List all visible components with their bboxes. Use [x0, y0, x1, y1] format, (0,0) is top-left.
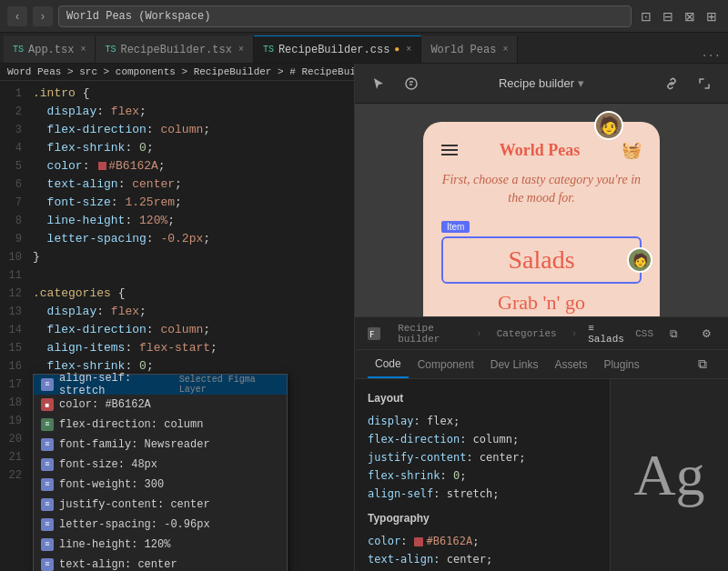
chevron-down-icon: ▾	[578, 76, 584, 90]
tab-app-tsx[interactable]: TS App.tsx ×	[4, 35, 96, 63]
tab-recipebuilder-css[interactable]: TS RecipeBuilder.css ● ×	[254, 35, 421, 63]
prop-line: justify-content: center;	[368, 448, 597, 466]
figma-canvas[interactable]: 🧑 World Peas 🧺 First, choose a tasty cat…	[355, 104, 728, 316]
figma-typography-preview: Ag	[610, 379, 728, 571]
copy-icon-right: ⧉	[690, 352, 715, 377]
back-button[interactable]: ‹	[7, 6, 27, 26]
ac-item-flex-dir[interactable]: ≡ flex-direction: column	[34, 415, 287, 435]
close-icon[interactable]: ×	[406, 45, 411, 55]
sep-icon: ›	[476, 328, 482, 339]
hamburger-icon[interactable]	[441, 145, 458, 155]
ac-item-align-self[interactable]: ≡ align-self: stretch Selected Figma Lay…	[34, 375, 287, 395]
ac-item-text: letter-spacing: -0.96px	[59, 518, 210, 531]
browser-icon-1[interactable]: ⊡	[637, 7, 655, 25]
avatar-image: 🧑	[599, 115, 619, 135]
code-line: 11	[0, 266, 354, 285]
code-content[interactable]: 1.intro { 2 display: flex; 3 flex-direct…	[0, 81, 354, 571]
ac-item-line-height[interactable]: ≡ line-height: 120%	[34, 535, 287, 555]
tab-more[interactable]: ···	[693, 50, 728, 63]
figma-code-icon-button[interactable]: F	[364, 321, 383, 346]
category-box-salads[interactable]: Salads 🧑	[441, 236, 642, 284]
cursor-tool-button[interactable]	[366, 71, 391, 96]
ac-item-font-family[interactable]: ≡ font-family: Newsreader	[34, 435, 287, 455]
bottom-label-salads: ≡ Salads	[584, 323, 628, 345]
close-icon[interactable]: ×	[80, 45, 86, 55]
tab-label: World Peas	[430, 44, 496, 56]
figma-title-dropdown[interactable]: Recipe builder ▾	[431, 76, 652, 90]
code-editor: Word Peas > src > components > RecipeBui…	[0, 64, 355, 571]
ts-icon: TS	[13, 45, 24, 55]
link-button[interactable]	[659, 71, 684, 96]
prop-line: text-align: center;	[368, 550, 597, 568]
close-icon[interactable]: ×	[238, 45, 244, 55]
tab-plugins[interactable]: Plugins	[596, 350, 646, 378]
prop-line: flex-shrink: 0;	[368, 466, 597, 485]
browser-icon-3[interactable]: ⊠	[681, 7, 699, 25]
copy-button[interactable]: ⧉	[690, 352, 715, 377]
category-fruit-forward: Fruit-forward	[441, 315, 642, 316]
close-icon[interactable]: ×	[502, 45, 508, 55]
tab-component[interactable]: Component	[410, 350, 481, 378]
comment-tool-button[interactable]	[399, 71, 424, 96]
ac-item-font-size[interactable]: ≡ font-size: 48px	[34, 455, 287, 475]
figma-bottom-toolbar: F Recipe builder › Categories › ≡ Salads…	[355, 317, 728, 350]
code-line: 4 flex-shrink: 0;	[0, 139, 354, 157]
svg-point-0	[406, 78, 417, 89]
prop-line: align-self: stretch;	[368, 485, 597, 503]
expand-button[interactable]	[692, 71, 717, 96]
ac-item-text: line-height: 120%	[59, 538, 170, 551]
browser-icons: ⊡ ⊟ ⊠ ⊞	[637, 7, 721, 25]
code-line: 5 color: #B6162A;	[0, 157, 354, 175]
code-line: 6 text-align: center;	[0, 175, 354, 194]
avatar-top: 🧑	[594, 111, 623, 140]
ac-item-text: font-size: 48px	[59, 458, 157, 471]
autocomplete-dropdown[interactable]: ≡ align-self: stretch Selected Figma Lay…	[33, 374, 288, 571]
sep-icon: ›	[571, 328, 578, 339]
ac-item-text: align-self: stretch	[59, 372, 174, 397]
layout-props: display: flex; flex-direction: column; j…	[368, 412, 597, 503]
ac-item-letter-spacing[interactable]: ≡ letter-spacing: -0.96px	[34, 515, 287, 535]
ac-item-text-align[interactable]: ≡ text-align: center	[34, 555, 287, 571]
prop-line: display: flex;	[368, 412, 597, 430]
code-line: 13 display: flex;	[0, 303, 354, 321]
category-salads: Salads	[508, 245, 574, 274]
ac-item-justify[interactable]: ≡ justify-content: center	[34, 495, 287, 515]
browser-icon-2[interactable]: ⊟	[659, 7, 677, 25]
comment-icon	[404, 76, 419, 91]
tab-recipebuilder-tsx[interactable]: TS RecipeBuilder.tsx ×	[96, 35, 253, 63]
forward-button[interactable]: ›	[33, 6, 53, 26]
cursor-icon	[371, 76, 386, 91]
tab-assets[interactable]: Assets	[547, 350, 594, 378]
ac-item-font-weight[interactable]: ≡ font-weight: 300	[34, 475, 287, 495]
bottom-label-categories: Categories	[490, 317, 564, 349]
code-line: 14 flex-direction: column;	[0, 321, 354, 339]
code-line: 12.categories {	[0, 285, 354, 303]
ac-icon: ■	[41, 398, 54, 411]
tab-bar: TS App.tsx × TS RecipeBuilder.tsx × TS R…	[0, 33, 728, 64]
address-bar[interactable]: World Peas (Workspace)	[58, 5, 632, 27]
browser-icon-4[interactable]: ⊞	[703, 7, 721, 25]
avatar-mid: 🧑	[627, 247, 652, 273]
ac-item-color[interactable]: ■ color: #B6162A	[34, 395, 287, 415]
tab-code[interactable]: Code	[368, 350, 409, 378]
color-swatch-icon	[98, 162, 106, 170]
tab-dev-links[interactable]: Dev Links	[483, 350, 546, 378]
breadcrumb: Word Peas > src > components > RecipeBui…	[0, 64, 354, 81]
figma-right-icons	[659, 71, 717, 96]
tab-world-peas[interactable]: World Peas ×	[421, 35, 518, 63]
svg-text:F: F	[369, 330, 374, 339]
tab-label: App.tsx	[28, 44, 74, 56]
ac-item-text: color: #B6162A	[59, 398, 151, 411]
figma-title[interactable]: Recipe builder ▾	[431, 76, 652, 90]
ac-item-text: font-family: Newsreader	[59, 438, 210, 451]
ag-preview-text: Ag	[633, 442, 704, 509]
expand-icon	[697, 76, 712, 91]
ac-selected-label: Selected Figma Layer	[179, 375, 279, 395]
ts-icon: TS	[263, 45, 274, 55]
css-label: CSS	[635, 328, 653, 339]
ac-icon: ≡	[41, 378, 54, 391]
bottom-content: Layout display: flex; flex-direction: co…	[355, 379, 728, 571]
code-line: 15 align-items: flex-start;	[0, 339, 354, 357]
copy-code-button[interactable]: ⧉	[661, 321, 686, 346]
settings-button[interactable]: ⚙	[693, 321, 719, 346]
